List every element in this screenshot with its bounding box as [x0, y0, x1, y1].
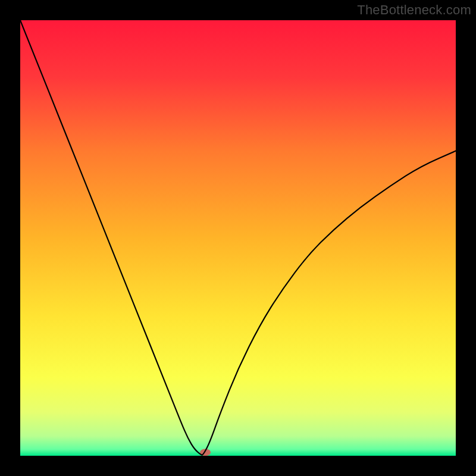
chart-container: TheBottleneck.com — [0, 0, 476, 476]
bottleneck-curve-plot — [0, 0, 476, 476]
plot-background — [20, 20, 456, 456]
watermark-text: TheBottleneck.com — [357, 2, 471, 18]
